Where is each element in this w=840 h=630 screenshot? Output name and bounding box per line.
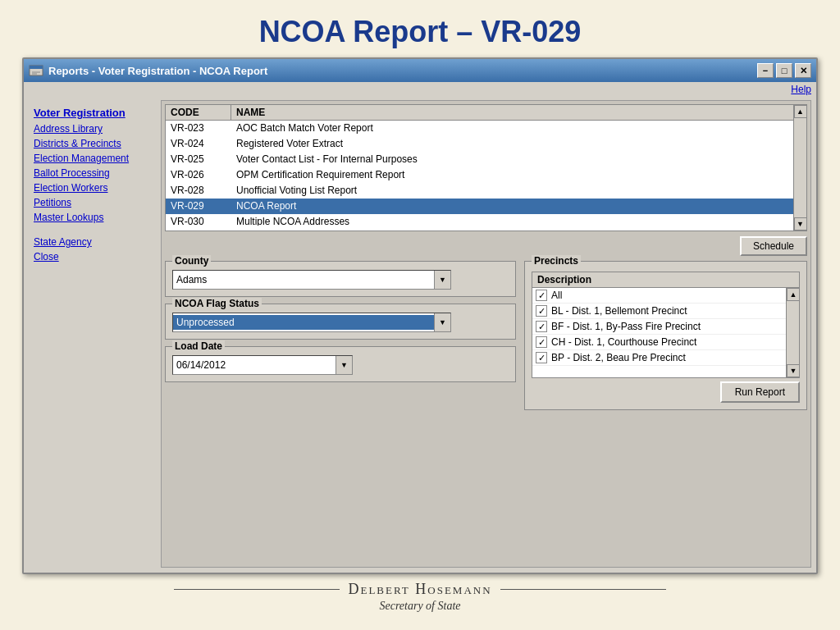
col-code-header: CODE bbox=[166, 105, 231, 120]
sidebar-close[interactable]: Close bbox=[34, 250, 151, 263]
precinct-label: BL - Dist. 1, Bellemont Precinct bbox=[551, 305, 687, 317]
county-value: Adams bbox=[173, 272, 434, 287]
report-row[interactable]: VR-024 Registered Voter Extract bbox=[166, 136, 806, 152]
minimize-button[interactable]: − bbox=[757, 63, 774, 78]
window-title: Reports - Voter Registration - NCOA Repo… bbox=[48, 65, 757, 77]
precinct-row[interactable]: ✓ BP - Dist. 2, Beau Pre Precinct bbox=[532, 350, 799, 366]
report-code: VR-028 bbox=[166, 183, 231, 198]
ncoa-flag-value: Unprocessed bbox=[173, 315, 434, 330]
scroll-up-btn[interactable]: ▲ bbox=[794, 105, 807, 118]
precinct-label: All bbox=[551, 290, 562, 301]
report-row[interactable]: VR-025 Voter Contact List - For Internal… bbox=[166, 152, 806, 167]
right-panel: CODE NAME VR-023 AOC Batch Match Voter R… bbox=[161, 100, 811, 568]
precinct-row[interactable]: ✓ BL - Dist. 1, Bellemont Precinct bbox=[532, 304, 799, 319]
precinct-checkbox[interactable]: ✓ bbox=[536, 336, 547, 348]
ncoa-flag-group: NCOA Flag Status Unprocessed ▼ bbox=[165, 304, 516, 340]
load-date-group: Load Date 06/14/2012 ▼ bbox=[165, 346, 516, 382]
report-scrollbar[interactable]: ▲ ▼ bbox=[793, 105, 806, 231]
sidebar-spacer bbox=[34, 226, 151, 234]
load-date-dropdown[interactable]: 06/14/2012 ▼ bbox=[172, 355, 353, 375]
bottom-controls: County Adams ▼ NCOA Flag Status bbox=[165, 261, 807, 410]
report-name: AOC Batch Match Voter Report bbox=[231, 121, 806, 135]
precinct-label: BP - Dist. 2, Beau Pre Precinct bbox=[551, 352, 686, 363]
report-name: NCOA Report bbox=[231, 199, 806, 213]
sidebar-petitions[interactable]: Petitions bbox=[34, 196, 151, 209]
sidebar-master-lookups[interactable]: Master Lookups bbox=[34, 211, 151, 224]
report-row[interactable]: VR-023 AOC Batch Match Voter Report bbox=[166, 121, 806, 136]
schedule-row: Schedule bbox=[165, 236, 807, 256]
precincts-scroll-up[interactable]: ▲ bbox=[787, 288, 800, 301]
precinct-checkbox[interactable]: ✓ bbox=[536, 290, 547, 301]
county-label: County bbox=[172, 255, 211, 267]
ncoa-flag-dropdown-arrow[interactable]: ▼ bbox=[434, 313, 450, 331]
report-row[interactable]: VR-030 Multiple NCOA Addresses bbox=[166, 214, 806, 226]
report-row[interactable]: VR-028 Unofficial Voting List Report bbox=[166, 183, 806, 199]
ncoa-flag-content: Unprocessed ▼ bbox=[172, 313, 509, 332]
report-code: VR-030 bbox=[166, 214, 231, 226]
maximize-button[interactable]: □ bbox=[776, 63, 792, 78]
footer-title: Secretary of State bbox=[379, 600, 460, 613]
precincts-list-body[interactable]: ✓ All ✓ BL - Dist. 1, Bellemont Precinct… bbox=[532, 288, 800, 378]
report-list-header: CODE NAME bbox=[166, 105, 806, 121]
window-icon bbox=[29, 63, 43, 78]
report-row[interactable]: VR-026 OPM Certification Requirement Rep… bbox=[166, 167, 806, 183]
sidebar: Voter Registration Address Library Distr… bbox=[29, 100, 156, 568]
sidebar-voter-registration[interactable]: Voter Registration bbox=[34, 107, 151, 119]
precinct-row[interactable]: ✓ BF - Dist. 1, By-Pass Fire Precinct bbox=[532, 319, 799, 335]
precinct-checkbox[interactable]: ✓ bbox=[536, 321, 547, 332]
run-report-row: Run Report bbox=[532, 378, 800, 403]
run-report-button[interactable]: Run Report bbox=[720, 381, 800, 403]
window-controls: − □ ✕ bbox=[757, 63, 811, 78]
report-code: VR-025 bbox=[166, 152, 231, 167]
report-row[interactable]: VR-029 NCOA Report bbox=[166, 199, 806, 214]
precincts-content: Description ✓ All ✓ BL - Dist. 1, Bellem… bbox=[532, 272, 800, 378]
report-name: Multiple NCOA Addresses bbox=[231, 214, 806, 226]
precincts-label: Precincts bbox=[532, 255, 581, 267]
county-dropdown-arrow[interactable]: ▼ bbox=[434, 271, 450, 289]
precincts-list-header: Description bbox=[532, 272, 800, 288]
ncoa-flag-dropdown[interactable]: Unprocessed ▼ bbox=[172, 313, 451, 332]
left-controls: County Adams ▼ NCOA Flag Status bbox=[165, 261, 516, 410]
title-bar: Reports - Voter Registration - NCOA Repo… bbox=[24, 59, 816, 82]
load-date-dropdown-arrow[interactable]: ▼ bbox=[336, 356, 352, 374]
footer-line-left bbox=[174, 589, 340, 590]
footer-divider-row: Delbert Hosemann bbox=[174, 581, 666, 598]
report-list-container: CODE NAME VR-023 AOC Batch Match Voter R… bbox=[165, 104, 807, 231]
report-name: Voter Contact List - For Internal Purpos… bbox=[231, 152, 806, 167]
county-content: Adams ▼ bbox=[172, 270, 509, 290]
precincts-scroll-down[interactable]: ▼ bbox=[787, 364, 800, 377]
page-title: NCOA Report – VR-029 bbox=[0, 0, 840, 57]
sidebar-districts-precincts[interactable]: Districts & Precincts bbox=[34, 137, 151, 150]
precinct-row[interactable]: ✓ All bbox=[532, 288, 799, 304]
county-group: County Adams ▼ bbox=[165, 261, 516, 297]
close-button[interactable]: ✕ bbox=[795, 63, 811, 78]
report-code: VR-026 bbox=[166, 167, 231, 182]
precinct-label: CH - Dist. 1, Courthouse Precinct bbox=[551, 336, 696, 348]
sidebar-ballot-processing[interactable]: Ballot Processing bbox=[34, 167, 151, 180]
precincts-scrollbar[interactable]: ▲ ▼ bbox=[786, 288, 799, 377]
sidebar-election-workers[interactable]: Election Workers bbox=[34, 181, 151, 194]
load-date-value: 06/14/2012 bbox=[173, 358, 336, 372]
ncoa-flag-label: NCOA Flag Status bbox=[172, 298, 262, 309]
precinct-checkbox[interactable]: ✓ bbox=[536, 352, 547, 363]
load-date-label: Load Date bbox=[172, 340, 225, 352]
report-list-body[interactable]: VR-023 AOC Batch Match Voter Report VR-0… bbox=[166, 121, 806, 226]
precincts-panel: Precincts Description ✓ All ✓ BL - Dist.… bbox=[524, 261, 807, 410]
sidebar-election-management[interactable]: Election Management bbox=[34, 152, 151, 165]
precinct-row[interactable]: ✓ CH - Dist. 1, Courthouse Precinct bbox=[532, 335, 799, 350]
svg-rect-1 bbox=[30, 66, 43, 69]
footer-line-right bbox=[500, 589, 666, 590]
content-area: Voter Registration Address Library Distr… bbox=[24, 97, 816, 573]
sidebar-state-agency[interactable]: State Agency bbox=[34, 235, 151, 249]
help-link[interactable]: Help bbox=[791, 84, 811, 95]
precinct-label: BF - Dist. 1, By-Pass Fire Precinct bbox=[551, 321, 701, 332]
report-name: OPM Certification Requirement Report bbox=[231, 167, 806, 182]
county-dropdown[interactable]: Adams ▼ bbox=[172, 270, 451, 290]
scroll-down-btn[interactable]: ▼ bbox=[794, 217, 807, 231]
precinct-checkbox[interactable]: ✓ bbox=[536, 305, 547, 317]
load-date-content: 06/14/2012 ▼ bbox=[172, 355, 509, 375]
report-code: VR-023 bbox=[166, 121, 231, 135]
report-name: Registered Voter Extract bbox=[231, 136, 806, 151]
schedule-button[interactable]: Schedule bbox=[740, 236, 807, 256]
sidebar-address-library[interactable]: Address Library bbox=[34, 122, 151, 135]
